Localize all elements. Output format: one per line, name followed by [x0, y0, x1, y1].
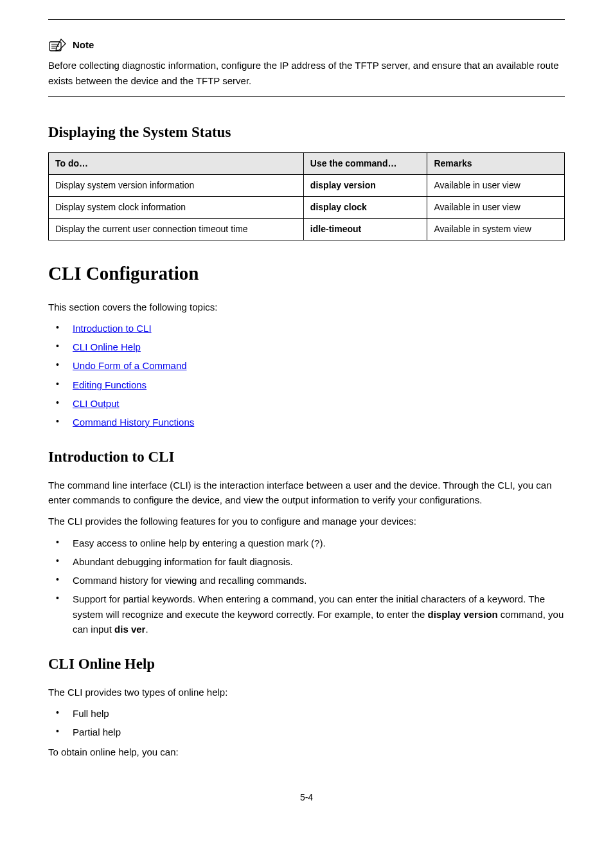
- list-item: Undo Form of a Command: [65, 358, 565, 373]
- link-command-history[interactable]: Command History Functions: [73, 417, 194, 428]
- table-cell-todo: Display system clock information: [49, 197, 304, 219]
- list-item: Easy access to online help by entering a…: [65, 536, 565, 550]
- cli-section-intro: This section covers the following topics…: [48, 300, 565, 314]
- divider-top: [48, 19, 565, 20]
- list-item: Editing Functions: [65, 377, 565, 392]
- text-fragment: .: [145, 624, 148, 635]
- list-item: Command History Functions: [65, 415, 565, 429]
- list-item: Support for partial keywords. When enter…: [65, 592, 565, 637]
- heading-intro-cli: Introduction to CLI: [48, 446, 565, 469]
- list-item: CLI Online Help: [65, 339, 565, 354]
- table-cell-remarks: Available in system view: [427, 219, 565, 240]
- list-item: Full help: [65, 706, 565, 721]
- online-help-para-2: To obtain online help, you can:: [48, 745, 565, 759]
- table-row: Display system clock information display…: [49, 197, 565, 219]
- page-number: 5-4: [48, 791, 565, 804]
- online-help-para-1: The CLI provides two types of online hel…: [48, 685, 565, 700]
- command-text: dis ver: [114, 624, 145, 635]
- table-cell-todo: Display system version information: [49, 175, 304, 197]
- table-cell-command: display clock: [303, 197, 427, 219]
- link-intro-cli[interactable]: Introduction to CLI: [73, 323, 152, 334]
- online-help-types-list: Full help Partial help: [48, 706, 565, 740]
- table-header-row: To do… Use the command… Remarks: [49, 153, 565, 175]
- list-item: Command history for viewing and recallin…: [65, 573, 565, 588]
- link-cli-online-help[interactable]: CLI Online Help: [73, 341, 141, 352]
- system-status-table: To do… Use the command… Remarks Display …: [48, 152, 565, 240]
- table-cell-command: idle-timeout: [303, 219, 427, 240]
- table-cell-remarks: Available in user view: [427, 175, 565, 197]
- heading-displaying-system-status: Displaying the System Status: [48, 122, 565, 144]
- cli-topic-list: Introduction to CLI CLI Online Help Undo…: [48, 321, 565, 430]
- note-body: Before collecting diagnostic information…: [48, 58, 565, 89]
- divider-bottom: [48, 96, 565, 97]
- link-undo-form[interactable]: Undo Form of a Command: [73, 360, 187, 371]
- intro-paragraph-2: The CLI provides the following features …: [48, 514, 565, 529]
- list-item: Abundant debugging information for fault…: [65, 554, 565, 569]
- intro-features-list: Easy access to online help by entering a…: [48, 536, 565, 637]
- note-label: Note: [73, 38, 94, 53]
- table-header-remarks: Remarks: [427, 153, 565, 175]
- heading-cli-online-help: CLI Online Help: [48, 653, 565, 676]
- table-row: Display system version information displ…: [49, 175, 565, 197]
- table-cell-remarks: Available in user view: [427, 197, 565, 219]
- pencil-note-icon: [48, 38, 67, 52]
- link-cli-output[interactable]: CLI Output: [73, 398, 120, 409]
- table-cell-command: display version: [303, 175, 427, 197]
- note-header: Note: [48, 38, 565, 53]
- table-row: Display the current user connection time…: [49, 219, 565, 240]
- link-editing-functions[interactable]: Editing Functions: [73, 379, 147, 390]
- list-item: CLI Output: [65, 396, 565, 411]
- list-item: Introduction to CLI: [65, 321, 565, 336]
- table-header-command: Use the command…: [303, 153, 427, 175]
- list-item: Partial help: [65, 725, 565, 739]
- table-header-todo: To do…: [49, 153, 304, 175]
- note-block: Note Before collecting diagnostic inform…: [48, 38, 565, 89]
- intro-paragraph-1: The command line interface (CLI) is the …: [48, 478, 565, 508]
- command-text: display version: [427, 609, 497, 620]
- table-cell-todo: Display the current user connection time…: [49, 219, 304, 240]
- heading-cli-configuration: CLI Configuration: [48, 260, 565, 288]
- svg-line-4: [61, 39, 64, 42]
